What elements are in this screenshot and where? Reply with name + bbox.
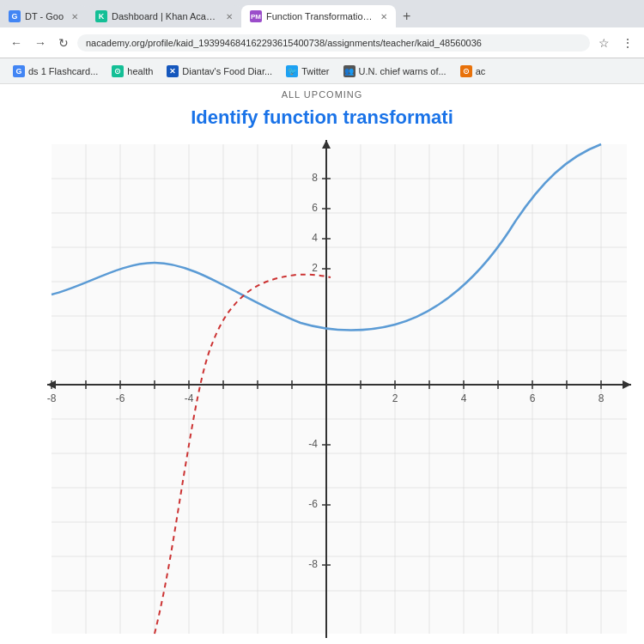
bookmark-favicon-diantav: ✕	[167, 65, 179, 77]
y-label-4: 4	[312, 232, 318, 244]
y-label-neg6: -6	[308, 498, 318, 510]
bookmark-label-un: U.N. chief warns of...	[359, 66, 447, 76]
address-bar-row: ← → ↻ ☆ ⋮	[0, 27, 644, 58]
bookmark-favicon-ds1: G	[13, 65, 25, 77]
bookmark-diantav[interactable]: ✕ Diantav's Food Diar...	[161, 63, 278, 80]
page-content: ALL UPCOMING Identify function transform…	[0, 84, 644, 644]
url-input[interactable]	[77, 34, 590, 52]
x-label-neg6: -6	[116, 392, 125, 404]
bookmark-favicon-twitter: 🐦	[286, 65, 298, 77]
x-label-8: 8	[598, 392, 605, 404]
page-title: Identify function transformati	[0, 101, 644, 136]
tab-label-khan: Dashboard | Khan Academy	[112, 11, 218, 21]
bookmark-label-diantav: Diantav's Food Diar...	[182, 66, 272, 76]
y-label-2: 2	[312, 262, 318, 274]
bookmark-health[interactable]: ⊙ health	[106, 63, 159, 80]
graph-svg: -8 -6 -4 2	[0, 136, 644, 642]
bookmark-label-twitter: Twitter	[301, 66, 329, 76]
forward-button[interactable]: →	[31, 34, 50, 52]
x-label-neg4: -4	[185, 392, 194, 404]
tab-label-dt: DT - Goo	[25, 11, 64, 21]
x-label-6: 6	[530, 392, 536, 404]
x-label-neg8: -8	[47, 392, 57, 404]
bookmark-star[interactable]: ☆	[595, 34, 613, 52]
menu-button[interactable]: ⋮	[618, 34, 637, 52]
tab-bar: G DT - Goo ✕ K Dashboard | Khan Academy …	[0, 0, 644, 27]
bookmarks-bar: G ds 1 Flashcard... ⊙ health ✕ Diantav's…	[0, 58, 644, 84]
bookmark-favicon-un: 👥	[343, 65, 355, 77]
tab-khan[interactable]: K Dashboard | Khan Academy ✕	[87, 5, 241, 27]
tab-dt-google[interactable]: G DT - Goo ✕	[0, 5, 87, 27]
tab-function[interactable]: PM Function Transformations: Refl ✕	[241, 5, 396, 27]
bookmark-ac[interactable]: ⊙ ac	[454, 63, 492, 80]
bookmark-label-ds1: ds 1 Flashcard...	[28, 66, 98, 76]
all-upcoming-label: ALL UPCOMING	[0, 84, 644, 101]
y-label-neg8: -8	[308, 558, 318, 570]
bookmark-label-health: health	[127, 66, 153, 76]
bookmark-twitter[interactable]: 🐦 Twitter	[280, 63, 335, 80]
y-label-8: 8	[312, 172, 318, 184]
y-label-6: 6	[312, 202, 318, 214]
tab-favicon-khan: K	[95, 10, 107, 22]
bookmark-un[interactable]: 👥 U.N. chief warns of...	[337, 63, 453, 80]
x-label-4: 4	[461, 392, 467, 404]
x-label-2: 2	[392, 392, 398, 404]
reload-button[interactable]: ↻	[55, 34, 72, 52]
bookmark-ds1[interactable]: G ds 1 Flashcard...	[7, 63, 104, 80]
back-button[interactable]: ←	[7, 34, 26, 52]
graph-container: -8 -6 -4 2	[0, 136, 644, 635]
tab-favicon-function: PM	[250, 10, 262, 22]
tab-favicon-dt: G	[9, 10, 21, 22]
tab-close-function[interactable]: ✕	[380, 12, 387, 21]
bookmark-favicon-ac: ⊙	[460, 65, 472, 77]
tab-close-khan[interactable]: ✕	[226, 12, 233, 21]
bookmark-favicon-health: ⊙	[112, 65, 124, 77]
tab-add-button[interactable]: +	[396, 5, 417, 27]
tab-close-dt[interactable]: ✕	[71, 12, 78, 21]
y-label-neg4: -4	[308, 438, 318, 450]
bookmark-label-ac: ac	[476, 66, 486, 76]
tab-label-function: Function Transformations: Refl	[266, 11, 373, 21]
graph-background	[52, 144, 627, 634]
